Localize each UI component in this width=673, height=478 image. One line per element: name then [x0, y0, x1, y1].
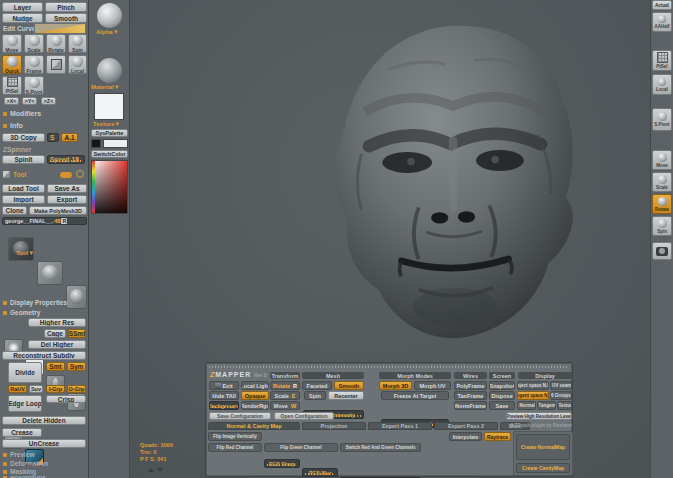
rgb-blur-slider[interactable]: RGB Blur	[302, 468, 338, 477]
crisp-button[interactable]: Crisp	[46, 395, 86, 403]
masking-section-header[interactable]: Masking	[3, 468, 36, 475]
local-side-button[interactable]: Local	[652, 74, 672, 95]
hide-tall-button[interactable]: Hide TAll	[209, 391, 239, 400]
export-button[interactable]: Export	[47, 195, 87, 204]
morph-uv-button[interactable]: Morph UV	[414, 381, 451, 390]
material-thumbnail[interactable]	[97, 58, 122, 83]
load-tool-button[interactable]: Load Tool	[2, 184, 45, 193]
alpha-thumbnail[interactable]	[97, 3, 122, 28]
color-picker[interactable]	[91, 160, 128, 214]
save-as-button[interactable]: Save As	[47, 184, 87, 193]
delete-hidden-button[interactable]: Delete Hidden	[2, 416, 86, 425]
nudge-button[interactable]: Nudge	[2, 13, 43, 23]
render-rgn-button[interactable]: RenderRgn	[241, 401, 269, 410]
spivot-side-button[interactable]: S.Pivot	[652, 108, 672, 131]
texture-label[interactable]: Texture▼	[93, 121, 120, 127]
tool-name-bar[interactable]: george__FINAL__. 48 R	[2, 217, 87, 225]
flip-red-channel-button[interactable]: Flip Red Channel	[208, 443, 262, 452]
tool-flyout-label[interactable]: Tool▼	[16, 250, 34, 256]
tab-expert-pass-1[interactable]: Expert Pass 1	[368, 422, 432, 430]
interpolate-button[interactable]: Interpolate	[449, 432, 482, 441]
tab-normal-cavity-map[interactable]: Normal & Cavity Map	[208, 422, 300, 430]
suv-button[interactable]: Suv	[29, 385, 43, 393]
dispose-button[interactable]: Dispose	[489, 391, 515, 400]
faceted-button[interactable]: Faceted	[302, 381, 332, 390]
zm-scale-button[interactable]: ScaleE	[270, 391, 300, 400]
ogrp-button[interactable]: O-Grp	[67, 385, 86, 393]
alpha-label[interactable]: Alpha▼	[96, 29, 119, 35]
raytrace-button[interactable]: Raytrace	[484, 432, 511, 441]
spivot-tile[interactable]: S.Pivot	[24, 76, 44, 95]
aahalf-button[interactable]: AAHalf	[652, 12, 672, 32]
hue-strip[interactable]	[92, 161, 95, 213]
igrp-button[interactable]: I-Grp	[46, 385, 65, 393]
smt-button[interactable]: Smt	[46, 362, 65, 371]
display-object-space-button[interactable]: 1 Object space N.Map	[517, 381, 549, 390]
display-normals-button[interactable]: 3 Normals	[517, 401, 536, 410]
quick-mode-tile[interactable]: Quick	[2, 55, 22, 74]
move-side-button[interactable]: Move	[652, 150, 672, 170]
snapshot-camera-button[interactable]	[652, 242, 672, 260]
layer-button[interactable]: Layer	[2, 2, 43, 12]
zmapper-grip[interactable]	[209, 366, 569, 368]
display-uv-seams-button[interactable]: 5 UV seams	[550, 381, 572, 390]
secondary-color-swatch[interactable]	[103, 139, 128, 148]
modifiers-section-header[interactable]: Modifiers	[3, 110, 41, 117]
zm-move-button[interactable]: MoveW	[270, 401, 300, 410]
move-tool[interactable]: Move	[2, 34, 22, 53]
display-groups-button[interactable]: 6 Groups	[550, 391, 572, 400]
tool-refresh-icon[interactable]	[76, 170, 84, 178]
3d-copy-button[interactable]: 3D Copy	[2, 133, 45, 142]
actual-button[interactable]: Actual	[652, 0, 672, 10]
clone-button[interactable]: Clone	[2, 206, 27, 215]
ptsel-side-button[interactable]: PtSel	[652, 50, 672, 71]
open-configuration-button[interactable]: Open Configuration	[274, 412, 334, 420]
edge-loop-button[interactable]: Edge Loop	[8, 395, 42, 412]
axis-y-button[interactable]: >Y<	[22, 97, 37, 105]
uncrease-button[interactable]: UnCrease	[2, 439, 86, 448]
background-slider[interactable]: Background	[209, 401, 239, 410]
tool-toggle-icon[interactable]	[60, 172, 72, 178]
tool-thumbnail[interactable]	[66, 285, 87, 309]
main-color-swatch[interactable]	[91, 139, 101, 148]
scale-side-button[interactable]: Scale	[652, 172, 672, 192]
rotate-tool[interactable]: Rotate	[46, 34, 66, 53]
switch-red-green-button[interactable]: Switch Red And Green Channels	[340, 443, 421, 452]
higher-res-button[interactable]: Higher Res	[28, 318, 86, 327]
tab-projection[interactable]: Projection	[302, 422, 366, 430]
crease-button[interactable]: Crease	[2, 428, 42, 437]
preview-section-header[interactable]: Preview	[3, 451, 35, 458]
morph-3d-button[interactable]: Morph 3D	[379, 381, 412, 390]
tool-thumbnail[interactable]	[8, 237, 34, 261]
axis-z-button[interactable]: >Z<	[41, 97, 56, 105]
rotate-side-button[interactable]: Rotate	[652, 194, 672, 214]
flip-green-channel-button[interactable]: Flip Green Channel	[264, 443, 338, 452]
frame-tile[interactable]: Frame	[24, 55, 44, 74]
rauv-button[interactable]: RaUV	[8, 385, 27, 393]
zm-rotate-button[interactable]: RotateR	[270, 381, 300, 390]
texture-thumbnail[interactable]	[94, 93, 124, 120]
speed-slider[interactable]: Speed 18	[47, 155, 85, 164]
display-properties-header[interactable]: Display Properties	[3, 299, 67, 306]
tab-expert-pass-2[interactable]: Expert Pass 2	[434, 422, 498, 430]
ssmt-button[interactable]: SSmt	[68, 329, 86, 338]
tool-r-badge[interactable]: R	[61, 218, 67, 224]
rgb-sharp-slider[interactable]: RGB Sharp	[264, 459, 300, 468]
snapshot-button[interactable]: Snapshot	[489, 381, 515, 390]
cage-button[interactable]: Cage	[44, 329, 66, 338]
deformation-section-header[interactable]: Deformation	[3, 460, 48, 467]
save-button[interactable]: Save	[489, 401, 515, 410]
smooth-mesh-button[interactable]: Smooth	[334, 381, 364, 390]
create-normalmap-button[interactable]: Create NormalMap	[516, 434, 570, 460]
cube-display-tile[interactable]	[46, 55, 66, 74]
canvas-scroll-arrows[interactable]	[148, 468, 163, 472]
local-light-button[interactable]: Local Light	[241, 381, 269, 390]
display-texture-button[interactable]: 7 Texture	[557, 401, 572, 410]
smooth-button[interactable]: Smooth	[45, 13, 87, 23]
axis-x-button[interactable]: >X<	[4, 97, 19, 105]
pinch-button[interactable]: Pinch	[45, 2, 87, 12]
s-field[interactable]: S	[47, 133, 59, 142]
normframe-button[interactable]: NormFrame	[454, 401, 487, 410]
import-button[interactable]: Import	[2, 195, 45, 204]
tool-section-header[interactable]: Tool	[3, 171, 26, 178]
